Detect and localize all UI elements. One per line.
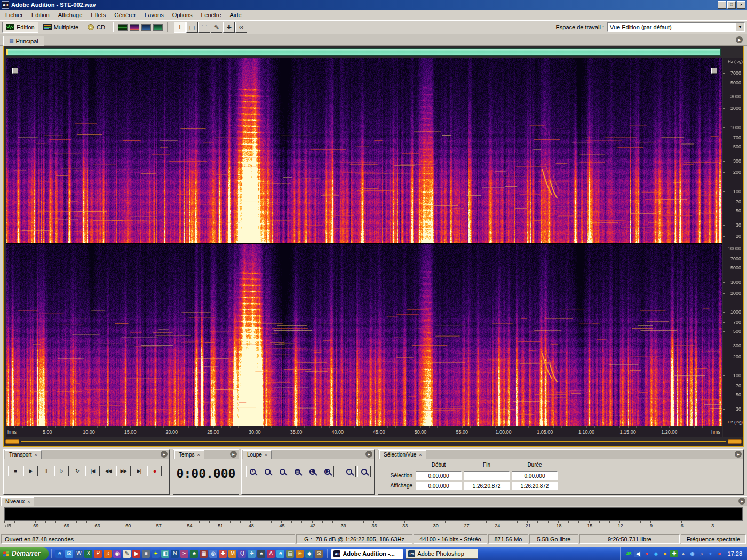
menu-fenetre[interactable]: Fenêtre [197,10,226,20]
close-panel-icon[interactable]: × [34,452,37,458]
spectral-frequency-display-icon[interactable] [130,24,139,31]
tray-icon[interactable]: ● [706,550,714,557]
menu-edition[interactable]: Edition [27,10,54,20]
quicklaunch-icon[interactable]: ✂ [180,550,188,558]
fast-forward-button[interactable]: ▶▶ [116,466,131,476]
transport-tab[interactable]: Transport × [5,450,42,459]
zoom-in-horizontal-button[interactable]: + [246,466,259,477]
close-panel-icon[interactable]: × [419,452,422,458]
zoom-in-left-edge-button[interactable]: ◀ [306,466,319,477]
rewind-button[interactable]: ◀◀ [101,466,115,476]
menu-favoris[interactable]: Favoris [140,10,168,20]
scrollbar-left-cap[interactable] [5,439,19,444]
close-button[interactable]: × [737,1,745,9]
temps-tab[interactable]: Temps × [174,450,204,459]
multipiste-view-button[interactable]: Multipiste [39,22,82,33]
quicklaunch-icon[interactable]: ◆ [305,550,313,558]
workspace-select[interactable]: Vue Edition (par défaut) ▼ [607,22,745,32]
menu-fichier[interactable]: Fichier [1,10,27,20]
affichage-debut-field[interactable]: 0:00.000 [416,482,462,490]
affichage-duree-field[interactable]: 1:26:20.872 [512,482,558,490]
tray-icon[interactable]: ● [643,550,650,557]
quicklaunch-icon[interactable]: ✉ [315,550,323,558]
quicklaunch-icon[interactable]: M [228,550,236,558]
timeline-ruler[interactable]: hms hms 5:0010:0015:0020:0025:0030:0035:… [6,426,722,437]
selection-fin-field[interactable] [464,471,510,480]
quicklaunch-icon[interactable]: ◉ [113,550,121,558]
waveform-display-icon[interactable] [118,24,128,31]
playhead-cursor[interactable] [7,58,7,426]
effects-paintbrush-tool[interactable]: ✎ [211,22,222,33]
right-boundary-handle[interactable] [711,68,717,74]
zoom-out-vertical-button[interactable]: − [357,466,371,477]
quicklaunch-icon[interactable]: ♠ [257,550,265,558]
menu-effets[interactable]: Effets [86,10,110,20]
dropdown-arrow-icon[interactable]: ▼ [736,23,744,31]
task-adobe-audition[interactable]: Au Adobe Audition -... [331,549,403,559]
menu-generer[interactable]: Générer [110,10,140,20]
menu-aide[interactable]: Aide [226,10,246,20]
record-button[interactable]: ● [147,466,162,476]
spectrogram-canvas[interactable] [6,58,722,426]
tray-icon[interactable]: ✚ [670,550,678,557]
quicklaunch-icon[interactable]: e [276,550,284,558]
loupe-tab[interactable]: Loupe × [243,450,272,459]
cd-view-button[interactable]: CD [83,22,109,33]
quicklaunch-icon[interactable]: ▶ [132,550,140,558]
quicklaunch-icon[interactable]: ✎ [123,550,131,558]
go-to-beginning-button[interactable]: |◀ [85,466,100,476]
horizontal-scrollbar[interactable] [4,438,743,445]
stop-button[interactable]: ■ [8,466,22,476]
panel-menu-button[interactable]: ▶ [738,498,745,505]
tray-icon[interactable]: ◆ [652,550,659,557]
zoom-in-vertical-button[interactable]: + [343,466,356,477]
quicklaunch-icon[interactable]: ✉ [65,550,73,558]
quicklaunch-icon[interactable]: X [84,550,92,558]
panel-menu-button[interactable]: ▶ [735,451,742,458]
zoom-full-button[interactable] [276,466,289,477]
zoom-to-selection-button[interactable]: ▭ [291,466,304,477]
time-selection-tool[interactable]: I [174,22,186,33]
panel-menu-button[interactable]: ▶ [365,451,372,458]
tray-icon[interactable]: ▲ [679,550,687,557]
left-boundary-handle[interactable] [12,68,18,74]
tray-icon[interactable]: ♫ [697,550,705,557]
spectral-phase-display-icon[interactable] [153,24,163,31]
quicklaunch-icon[interactable]: ✚ [219,550,227,558]
play-from-cursor-button[interactable]: ▷ [54,466,69,476]
marquee-selection-tool[interactable]: ▢ [186,22,198,33]
quicklaunch-icon[interactable]: W [75,550,83,558]
quicklaunch-icon[interactable]: ✦ [152,550,160,558]
minimize-button[interactable]: _ [718,1,726,9]
quicklaunch-icon[interactable]: N [171,550,179,558]
panel-menu-button[interactable]: ▶ [736,36,743,43]
quicklaunch-icon[interactable]: ▦ [200,550,208,558]
zoom-in-right-edge-button[interactable]: ▶ [321,466,334,477]
close-panel-icon[interactable]: × [197,452,200,458]
quicklaunch-icon[interactable]: P [94,550,102,558]
quicklaunch-icon[interactable]: ☀ [296,550,304,558]
start-button[interactable]: Démarrer [0,547,49,560]
level-meter[interactable] [4,507,743,521]
quicklaunch-icon[interactable]: ◎ [209,550,217,558]
menu-options[interactable]: Options [168,10,197,20]
edition-view-button[interactable]: Edition [2,22,38,33]
spot-healing-brush-tool[interactable]: ✚ [223,22,235,33]
quicklaunch-icon[interactable]: e [55,550,63,558]
tab-principal[interactable]: ▦ Principal [3,36,44,46]
maximize-button[interactable]: □ [727,1,736,9]
task-adobe-photoshop[interactable]: Ps Adobe Photoshop [406,549,478,559]
frequency-ruler[interactable]: Hz (log) Hz (log) 7000500030002000100070… [723,58,743,426]
tray-icon[interactable]: ■ [661,550,669,557]
menu-affichage[interactable]: Affichage [54,10,87,20]
go-to-end-button[interactable]: ▶| [132,466,146,476]
scrollbar-track[interactable] [21,441,726,442]
selection-duree-field[interactable]: 0:00.000 [512,471,558,480]
selection-debut-field[interactable]: 0:00.000 [416,471,462,480]
quicklaunch-icon[interactable]: ◧ [161,550,169,558]
niveaux-tab[interactable]: Niveaux × [1,497,34,506]
spectral-pan-display-icon[interactable] [141,24,151,31]
play-looped-button[interactable]: ↻ [70,466,84,476]
quicklaunch-icon[interactable]: A [267,550,275,558]
close-panel-icon[interactable]: × [265,452,267,458]
